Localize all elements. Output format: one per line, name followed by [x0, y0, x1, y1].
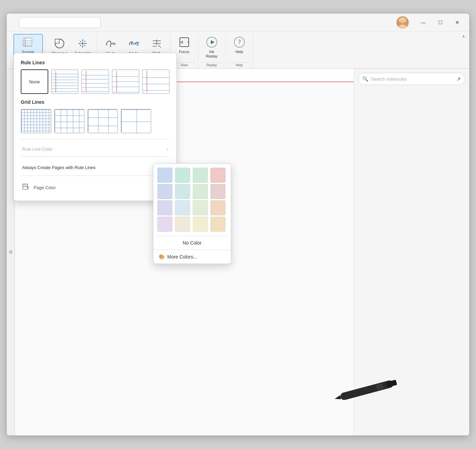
page-color-icon	[22, 183, 30, 192]
ink-replay-icon	[206, 36, 218, 48]
automatic-shapes-icon	[76, 37, 89, 50]
search-placeholder: Search notebooks	[371, 77, 407, 82]
rule-line-color-arrow: ›	[167, 147, 168, 152]
color-swatch-8[interactable]	[157, 200, 172, 215]
stylus	[333, 376, 401, 408]
page-color-label: Page Color	[34, 185, 56, 190]
rule-lines-title: Rule Lines	[21, 60, 170, 65]
color-swatch-12[interactable]	[157, 217, 172, 232]
svg-rect-105	[23, 184, 28, 187]
svg-line-20	[84, 45, 85, 46]
notebook-search-bar[interactable]: 🔍 Search notebooks ↗	[358, 73, 465, 85]
page-color-left: Page Color	[22, 183, 56, 192]
minimize-button[interactable]: —	[415, 17, 431, 28]
grid-small-option[interactable]	[21, 109, 51, 133]
color-picker-popup: No Color 🎨 More Colors...	[153, 163, 231, 264]
svg-rect-94	[88, 110, 118, 133]
color-swatch-4[interactable]	[157, 184, 172, 199]
svg-rect-14	[55, 39, 59, 43]
avatar[interactable]	[396, 16, 409, 29]
shapes-icon	[53, 37, 66, 50]
divider-1	[21, 139, 170, 139]
color-grid	[153, 164, 231, 236]
title-bar: — ☐ ✕	[7, 14, 469, 31]
rule-extra-wide-option[interactable]	[142, 69, 170, 94]
grid-extra-large-option[interactable]	[121, 109, 151, 133]
color-swatch-5[interactable]	[175, 184, 190, 199]
ink-to-text-icon: a	[104, 37, 117, 50]
svg-point-6	[404, 19, 406, 22]
svg-line-21	[84, 41, 85, 42]
color-swatch-10[interactable]	[193, 200, 208, 215]
focus-label: Focus	[179, 50, 189, 54]
color-swatch-0[interactable]	[157, 168, 172, 183]
svg-text:?: ?	[238, 39, 241, 46]
help-button[interactable]: ? Help	[228, 34, 250, 62]
ribbon-group-help: ? Help Help	[226, 34, 253, 68]
title-bar-controls: — ☐ ✕	[396, 16, 465, 29]
color-swatch-3[interactable]	[210, 168, 225, 183]
page-color-item[interactable]: Page Color ›	[21, 180, 170, 195]
rule-wide-option[interactable]	[112, 69, 139, 94]
ribbon-collapse-button[interactable]: ∧	[462, 34, 465, 39]
color-swatch-6[interactable]	[193, 184, 208, 199]
grid-medium-option[interactable]	[54, 109, 85, 133]
focus-icon	[178, 36, 190, 48]
help-group-label: Help	[228, 62, 250, 68]
svg-line-32	[158, 45, 161, 48]
rule-narrow-option[interactable]	[51, 69, 79, 94]
top-search-bar[interactable]	[19, 17, 101, 28]
format-background-dropdown: Rule Lines None	[14, 53, 177, 201]
expand-icon[interactable]: ↗	[456, 76, 461, 82]
more-colors-icon: 🎨	[159, 254, 165, 260]
svg-line-19	[80, 41, 81, 42]
app-window: — ☐ ✕	[7, 14, 469, 435]
svg-rect-65	[21, 110, 51, 133]
rule-lines-row: None	[21, 69, 170, 94]
math-icon	[151, 37, 163, 50]
color-swatch-15[interactable]	[210, 217, 225, 232]
ribbon-group-replay: InkReplay Replay	[198, 34, 226, 68]
rule-line-color-label: Rule Line Color	[22, 147, 53, 152]
format-background-icon	[22, 36, 34, 49]
no-color-button[interactable]: No Color	[153, 236, 231, 250]
color-swatch-9[interactable]	[175, 200, 190, 215]
color-swatch-1[interactable]	[175, 168, 190, 183]
svg-point-5	[399, 19, 401, 22]
color-swatch-13[interactable]	[175, 217, 190, 232]
sidebar-menu-icon[interactable]: ≡	[9, 249, 13, 256]
svg-rect-100	[121, 110, 151, 133]
divider-2	[21, 156, 170, 157]
grid-large-option[interactable]	[87, 109, 118, 133]
maximize-button[interactable]: ☐	[432, 17, 448, 28]
help-icon: ?	[233, 36, 245, 48]
color-swatch-2[interactable]	[193, 168, 208, 183]
svg-marker-108	[334, 395, 341, 401]
more-colors-label: More Colors...	[167, 254, 197, 260]
svg-line-22	[80, 45, 81, 46]
always-create-pages-item[interactable]: Always Create Pages with Rule Lines	[21, 161, 170, 174]
divider-3	[21, 176, 170, 176]
ink-to-math-icon	[128, 37, 140, 50]
grid-lines-title: Grid Lines	[21, 99, 170, 105]
search-icon: 🔍	[362, 76, 368, 82]
svg-marker-23	[81, 42, 85, 45]
rule-line-color-item[interactable]: Rule Line Color ›	[21, 143, 170, 155]
rule-medium-option[interactable]	[81, 69, 109, 94]
svg-rect-106	[340, 380, 394, 401]
color-swatch-14[interactable]	[193, 217, 208, 232]
replay-group-label: Replay	[201, 62, 223, 68]
more-colors-button[interactable]: 🎨 More Colors...	[153, 250, 231, 264]
grid-lines-row	[21, 109, 170, 133]
color-swatch-11[interactable]	[210, 200, 225, 215]
svg-text:a: a	[114, 41, 116, 46]
ink-replay-label: InkReplay	[206, 50, 218, 59]
close-button[interactable]: ✕	[449, 17, 465, 28]
help-label: Help	[235, 50, 243, 54]
rule-none-option[interactable]: None	[21, 69, 48, 94]
color-swatch-7[interactable]	[210, 184, 225, 199]
ink-replay-button[interactable]: InkReplay	[201, 34, 223, 62]
svg-rect-84	[55, 110, 85, 133]
svg-marker-35	[211, 40, 215, 44]
